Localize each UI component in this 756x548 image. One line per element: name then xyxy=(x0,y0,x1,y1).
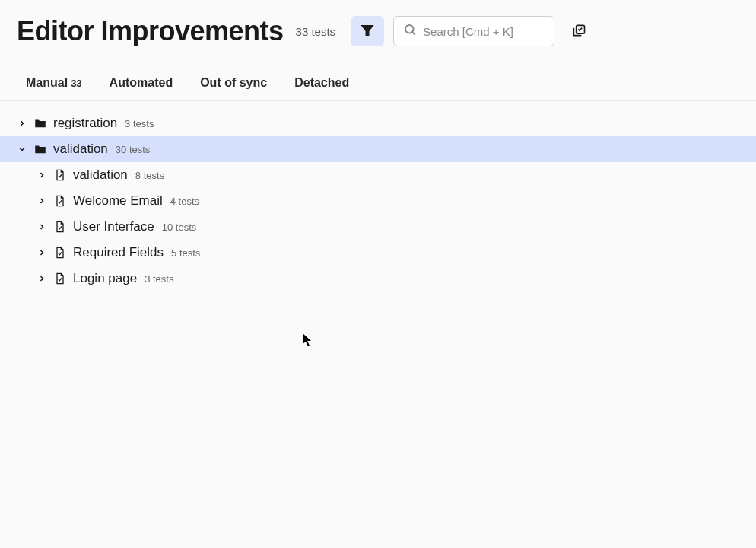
tab-label: Manual xyxy=(26,76,68,90)
tab-manual[interactable]: Manual 33 xyxy=(26,76,82,90)
chevron-right-icon xyxy=(37,247,47,258)
tab-count: 33 xyxy=(71,78,81,89)
folder-icon xyxy=(33,116,47,130)
tabs: Manual 33 Automated Out of sync Detached xyxy=(0,55,756,101)
file-row-required-fields[interactable]: Required Fields 5 tests xyxy=(0,240,756,266)
folder-count: 3 tests xyxy=(125,118,154,129)
search-icon xyxy=(403,23,417,40)
copy-checklist-icon xyxy=(571,23,586,40)
file-check-icon xyxy=(53,246,67,260)
chevron-right-icon xyxy=(37,170,47,180)
chevron-right-icon xyxy=(37,196,47,206)
file-row-welcome-email[interactable]: Welcome Email 4 tests xyxy=(0,188,756,214)
filter-icon xyxy=(361,24,374,40)
svg-line-2 xyxy=(412,32,415,35)
tab-automated[interactable]: Automated xyxy=(110,76,173,90)
chevron-down-icon xyxy=(17,144,27,155)
file-row-validation[interactable]: validation 8 tests xyxy=(0,162,756,188)
chevron-right-icon xyxy=(37,273,47,284)
folder-label: registration xyxy=(53,116,117,131)
tree: registration 3 tests validation 30 tests xyxy=(0,101,756,292)
file-check-icon xyxy=(53,272,67,285)
file-label: Welcome Email xyxy=(73,193,163,209)
tab-out-of-sync[interactable]: Out of sync xyxy=(200,76,267,90)
file-row-login-page[interactable]: Login page 3 tests xyxy=(0,266,756,292)
folder-row-registration[interactable]: registration 3 tests xyxy=(0,110,756,136)
file-count: 8 tests xyxy=(135,170,164,181)
folder-count: 30 tests xyxy=(116,144,151,155)
page-title: Editor Improvements xyxy=(17,15,284,47)
folder-icon xyxy=(33,142,47,156)
header: Editor Improvements 33 tests xyxy=(0,0,756,55)
copy-checklist-button[interactable] xyxy=(564,16,594,46)
filter-button[interactable] xyxy=(351,16,384,46)
file-label: Required Fields xyxy=(73,245,164,260)
file-count: 5 tests xyxy=(171,247,200,259)
svg-point-1 xyxy=(405,25,414,33)
file-check-icon xyxy=(53,220,67,234)
test-count: 33 tests xyxy=(296,25,336,38)
file-check-icon xyxy=(53,168,67,182)
cursor-icon xyxy=(303,333,313,350)
search-input[interactable] xyxy=(423,25,545,38)
chevron-right-icon xyxy=(37,221,47,232)
chevron-right-icon xyxy=(17,118,27,129)
file-label: User Interface xyxy=(73,219,154,234)
file-label: validation xyxy=(73,167,128,183)
tab-detached[interactable]: Detached xyxy=(294,76,349,90)
svg-marker-0 xyxy=(362,26,373,35)
folder-row-validation[interactable]: validation 30 tests xyxy=(0,136,756,162)
file-row-user-interface[interactable]: User Interface 10 tests xyxy=(0,214,756,240)
file-count: 4 tests xyxy=(170,196,199,207)
file-count: 3 tests xyxy=(145,273,173,285)
tab-label: Detached xyxy=(294,76,349,90)
file-label: Login page xyxy=(73,271,137,286)
tab-label: Automated xyxy=(110,76,173,90)
tab-label: Out of sync xyxy=(200,76,267,90)
folder-label: validation xyxy=(53,142,108,157)
file-count: 10 tests xyxy=(162,221,197,233)
file-check-icon xyxy=(53,194,67,208)
search-box[interactable] xyxy=(393,16,554,46)
